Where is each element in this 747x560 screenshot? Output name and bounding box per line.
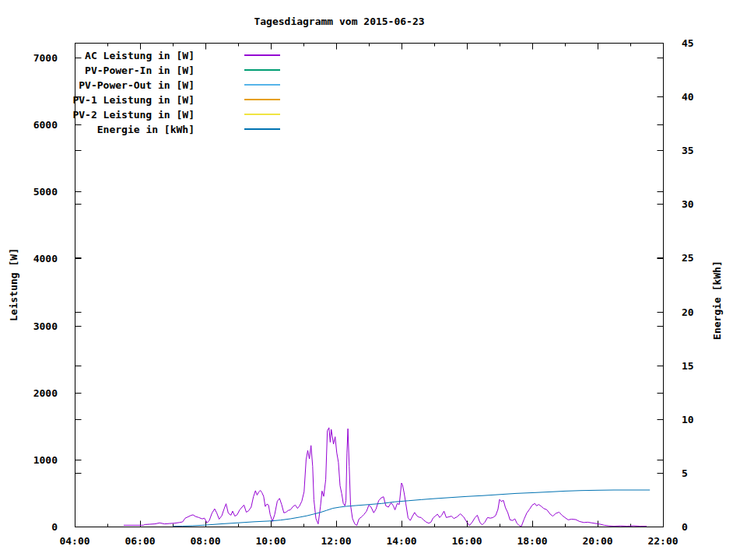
svg-text:45: 45	[682, 37, 694, 49]
svg-text:7000: 7000	[33, 52, 58, 64]
svg-text:08:00: 08:00	[190, 535, 220, 547]
axis-tick-labels: 04:0006:0008:0010:0012:0014:0016:0018:00…	[33, 37, 694, 547]
svg-text:6000: 6000	[33, 119, 58, 131]
svg-text:1000: 1000	[33, 454, 58, 466]
svg-text:0: 0	[51, 521, 58, 533]
svg-text:10: 10	[682, 414, 694, 425]
svg-text:22:00: 22:00	[647, 535, 678, 547]
svg-text:06:00: 06:00	[124, 535, 155, 547]
plot-border	[75, 44, 664, 527]
svg-text:20: 20	[682, 306, 694, 318]
plot-area: 04:0006:0008:0010:0012:0014:0016:0018:00…	[0, 0, 747, 560]
svg-text:12:00: 12:00	[321, 535, 351, 547]
svg-text:04:00: 04:00	[59, 535, 89, 547]
tagesdiagramm-chart: Tagesdiagramm vom 2015-06-23 Leistung [W…	[0, 0, 747, 560]
svg-text:5000: 5000	[33, 186, 58, 198]
svg-text:25: 25	[682, 252, 694, 264]
svg-text:15: 15	[682, 360, 694, 372]
svg-text:30: 30	[682, 198, 694, 210]
svg-text:5: 5	[682, 467, 688, 479]
svg-text:20:00: 20:00	[582, 535, 612, 547]
svg-text:3000: 3000	[33, 320, 58, 332]
svg-text:4000: 4000	[33, 253, 58, 264]
svg-text:16:00: 16:00	[451, 535, 482, 547]
axis-ticks	[75, 44, 664, 527]
svg-text:10:00: 10:00	[255, 535, 286, 547]
svg-text:2000: 2000	[33, 387, 58, 399]
svg-text:14:00: 14:00	[386, 535, 416, 547]
series-line-0	[124, 428, 647, 527]
svg-text:18:00: 18:00	[517, 535, 547, 547]
svg-text:0: 0	[682, 521, 688, 533]
svg-text:40: 40	[682, 91, 694, 103]
svg-text:35: 35	[682, 145, 694, 156]
